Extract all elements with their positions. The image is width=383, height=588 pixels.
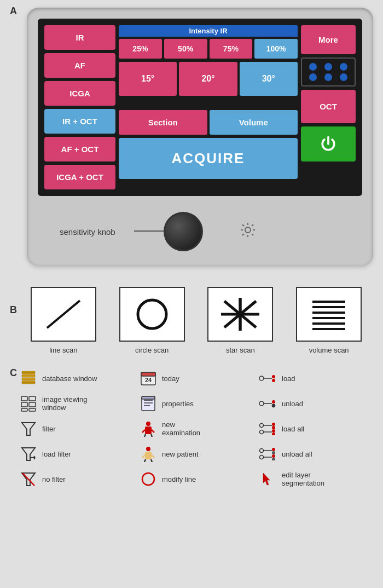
today-icon: 24 — [139, 369, 158, 388]
svg-point-79 — [272, 448, 275, 451]
svg-rect-39 — [21, 402, 27, 407]
svg-point-0 — [245, 227, 251, 233]
dots-grid — [301, 57, 356, 87]
section-b-label: B — [5, 280, 17, 318]
new-patient-row: new patient — [139, 442, 253, 466]
edit-layer-segmentation-label: edit layersegmentation — [282, 471, 324, 487]
new-examination-icon — [139, 419, 158, 438]
svg-line-9 — [47, 301, 80, 328]
svg-line-6 — [252, 234, 253, 235]
section-c-label: C — [5, 363, 17, 381]
svg-rect-38 — [29, 396, 36, 401]
load-row: load — [259, 366, 373, 390]
svg-point-65 — [272, 429, 275, 433]
svg-rect-31 — [141, 372, 155, 376]
icga-oct-button[interactable]: ICGA + OCT — [44, 165, 115, 189]
svg-point-71 — [146, 447, 150, 451]
svg-point-81 — [260, 456, 264, 459]
more-button[interactable]: More — [301, 25, 356, 54]
properties-label: properties — [162, 400, 194, 408]
svg-point-36 — [272, 379, 275, 382]
intensity-ir-label: Intensity IR — [119, 25, 298, 37]
svg-line-57 — [144, 434, 146, 437]
load-label: load — [282, 374, 295, 383]
edit-layer-segmentation-row: edit layersegmentation — [259, 467, 373, 491]
intensity-50-button[interactable]: 50% — [164, 39, 207, 59]
svg-rect-72 — [145, 452, 152, 459]
new-patient-icon — [139, 445, 158, 463]
svg-point-48 — [259, 401, 264, 406]
new-examination-row: newexamination — [139, 417, 253, 441]
section-button[interactable]: Section — [119, 110, 207, 135]
no-filter-row: no filter — [19, 467, 134, 491]
line-scan-box — [31, 287, 96, 342]
angle-15-button[interactable]: 15° — [119, 62, 177, 96]
ir-oct-button[interactable]: IR + OCT — [44, 109, 115, 134]
svg-rect-47 — [142, 396, 155, 399]
circle-scan-item: circle scan — [108, 285, 196, 354]
angle-20-button[interactable]: 20° — [179, 62, 237, 96]
svg-line-7 — [252, 224, 253, 226]
svg-text:24: 24 — [145, 377, 152, 383]
power-icon — [318, 134, 338, 154]
load-all-icon — [259, 419, 277, 438]
svg-line-55 — [142, 430, 145, 433]
image-viewing-window-row: image viewingwindow — [19, 391, 134, 416]
volume-scan-box — [296, 287, 362, 342]
icga-button[interactable]: ICGA — [44, 81, 115, 106]
load-icon — [259, 369, 277, 388]
modify-line-label: modify line — [162, 475, 196, 483]
svg-rect-54 — [145, 426, 152, 434]
svg-point-84 — [272, 458, 275, 460]
volume-scan-label: volume scan — [309, 346, 349, 354]
sensitivity-label: sensitivity knob — [60, 227, 115, 237]
svg-point-83 — [272, 454, 275, 458]
oct-button[interactable]: OCT — [301, 90, 356, 123]
intensity-75-button[interactable]: 75% — [210, 39, 253, 59]
svg-marker-52 — [22, 423, 35, 435]
svg-line-5 — [242, 224, 244, 226]
svg-rect-41 — [21, 408, 27, 411]
svg-line-58 — [151, 434, 152, 437]
brightness-icon — [240, 222, 256, 241]
volume-button[interactable]: Volume — [210, 110, 298, 135]
circle-scan-label: circle scan — [135, 346, 169, 354]
line-scan-label: line scan — [49, 346, 77, 354]
af-button[interactable]: AF — [44, 53, 115, 78]
af-oct-button[interactable]: AF + OCT — [44, 137, 115, 162]
load-filter-icon — [19, 445, 38, 463]
angle-30-button[interactable]: 30° — [240, 62, 298, 96]
filter-icon — [19, 419, 38, 438]
svg-rect-37 — [21, 396, 27, 401]
volume-scan-item: volume scan — [285, 285, 373, 354]
unload-all-row: unload all — [259, 442, 373, 466]
intensity-100-button[interactable]: 100% — [254, 39, 298, 59]
svg-point-53 — [146, 422, 150, 426]
intensity-25-button[interactable]: 25% — [119, 39, 162, 59]
svg-line-86 — [22, 473, 34, 486]
svg-point-61 — [272, 423, 275, 426]
sensitivity-knob[interactable] — [164, 212, 203, 251]
today-row: 24 today — [139, 366, 253, 390]
modify-line-icon — [139, 470, 158, 488]
svg-point-50 — [272, 400, 275, 403]
no-filter-label: no filter — [42, 475, 66, 483]
svg-line-8 — [242, 234, 244, 235]
load-all-row: load all — [259, 417, 373, 441]
new-patient-label: new patient — [162, 450, 199, 458]
modify-line-row: modify line — [139, 467, 253, 491]
load-filter-label: load filter — [42, 450, 71, 458]
svg-rect-40 — [29, 402, 36, 407]
power-button[interactable] — [301, 126, 356, 162]
acquire-button[interactable]: ACQUIRE — [119, 138, 298, 179]
image-viewing-window-label: image viewingwindow — [42, 395, 87, 412]
svg-point-59 — [260, 424, 264, 428]
unload-icon — [259, 394, 277, 413]
ir-button[interactable]: IR — [44, 25, 115, 50]
star-scan-box — [207, 287, 273, 342]
database-window-row: database window — [19, 366, 134, 390]
filter-row: filter — [19, 417, 134, 441]
svg-point-77 — [260, 449, 264, 453]
circle-scan-box — [119, 287, 185, 342]
database-window-icon — [19, 369, 38, 388]
